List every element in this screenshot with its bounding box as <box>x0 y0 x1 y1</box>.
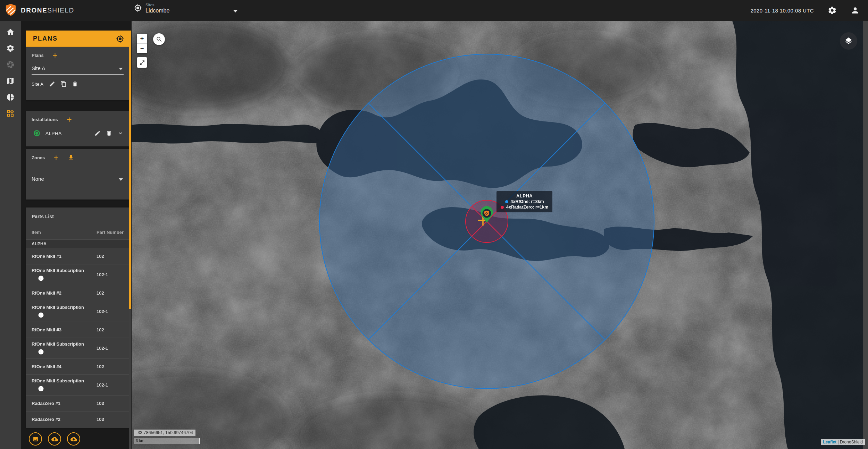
plus-icon <box>66 116 73 123</box>
installation-tooltip: ALPHA 4xRfOne: r=8km 4xRadarZero: r=1km <box>496 191 552 212</box>
table-row: RfOne MkII Subscription 102-1 <box>26 264 129 285</box>
tooltip-rfone-text: 4xRfOne: r=8km <box>511 199 544 204</box>
info-button[interactable] <box>38 349 44 355</box>
expand-installation-button[interactable] <box>117 130 124 136</box>
image-icon <box>33 436 39 442</box>
sites-label: Sites <box>145 3 242 7</box>
tooltip-radarzero-text: 4xRadarZero: r=1km <box>506 205 548 210</box>
zoom-control: + − <box>137 34 147 53</box>
installation-row[interactable]: ALPHA <box>26 130 129 136</box>
part-item-name: RadarZero #1 <box>32 401 97 406</box>
parts-group-header: ALPHA <box>26 239 129 248</box>
cloud-download-icon <box>70 436 77 442</box>
part-number: 102-1 <box>97 272 108 277</box>
table-row: RadarZero #2 103 <box>26 411 129 427</box>
sidebar-item-map[interactable] <box>6 77 15 85</box>
sidebar-item-settings[interactable] <box>6 44 15 52</box>
map-search-button[interactable] <box>153 33 165 45</box>
add-installation-button[interactable] <box>66 116 73 123</box>
sidebar-item-home[interactable] <box>6 28 15 36</box>
chevron-down-icon <box>117 130 124 136</box>
table-row: RfOne MkII #2 102 <box>26 285 129 301</box>
plan-select[interactable]: Site A <box>32 65 124 75</box>
info-button[interactable] <box>38 312 44 318</box>
cursor-coordinates: -33.78656651, 150.99746704 <box>134 430 195 436</box>
map-layers-button[interactable] <box>840 32 857 50</box>
zoom-in-button[interactable]: + <box>137 34 147 43</box>
settings-button[interactable] <box>828 6 837 15</box>
copy-plan-button[interactable] <box>60 81 67 87</box>
tooltip-row: 4xRadarZero: r=1km <box>501 205 548 210</box>
attribution-provider: DroneShield <box>840 440 863 444</box>
table-row: RfOne MkII Subscription 102-1 <box>26 374 129 395</box>
satellite-imagery <box>132 21 868 449</box>
zone-select-value: None <box>32 176 44 182</box>
trash-icon <box>72 81 78 87</box>
droneshield-app: DRONESHIELD Sites Lidcombe 2020-11-18 10… <box>0 0 868 449</box>
scale-bar: 3 km <box>134 438 200 444</box>
panel-actions <box>29 432 80 446</box>
camera-iris-icon <box>6 60 15 69</box>
zones-section: Zones None <box>26 149 129 200</box>
table-row: RfOne MkII Subscription 102-1 <box>26 301 129 322</box>
delete-installation-button[interactable] <box>106 130 112 136</box>
edit-installation-button[interactable] <box>94 130 101 136</box>
parts-table-header: Item Part Number <box>26 228 129 237</box>
info-icon <box>38 349 44 355</box>
edit-plan-button[interactable] <box>49 81 55 87</box>
info-button[interactable] <box>38 275 44 281</box>
info-button[interactable] <box>38 386 44 392</box>
column-part-number: Part Number <box>97 230 124 235</box>
map-canvas[interactable]: ALPHA 4xRfOne: r=8km 4xRadarZero: r=1km … <box>132 21 868 449</box>
tooltip-title: ALPHA <box>516 193 533 198</box>
delete-plan-button[interactable] <box>72 81 78 87</box>
table-row: RadarZero #1 103 <box>26 395 129 411</box>
upload-plan-button[interactable] <box>48 432 61 446</box>
sites-dropdown[interactable]: Sites Lidcombe <box>145 3 242 16</box>
add-zone-button[interactable] <box>52 154 60 161</box>
top-bar: DRONESHIELD Sites Lidcombe 2020-11-18 10… <box>0 0 868 21</box>
account-button[interactable] <box>851 6 860 15</box>
zoom-out-button[interactable]: − <box>137 43 147 53</box>
plans-section: Plans Site A Site A <box>26 47 129 100</box>
zone-select[interactable]: None <box>32 176 124 185</box>
part-item-name: RfOne MkII Subscription <box>32 305 97 310</box>
topbar-right: 2020-11-18 10:00:08 UTC <box>751 6 868 15</box>
layers-icon <box>844 37 853 45</box>
part-number: 102 <box>97 290 104 296</box>
cloud-upload-icon <box>51 436 58 442</box>
plan-item-name: Site A <box>32 82 43 87</box>
part-number: 102-1 <box>97 382 108 388</box>
part-item-name: RfOne MkII #4 <box>32 364 97 369</box>
brand-logo: DRONESHIELD <box>0 3 74 18</box>
sidebar-item-reports[interactable] <box>6 93 15 101</box>
column-item: Item <box>32 230 97 235</box>
download-plan-button[interactable] <box>67 432 80 446</box>
sidebar-item-plans[interactable] <box>6 109 15 118</box>
plan-select-value: Site A <box>32 65 45 71</box>
pencil-icon <box>49 81 55 87</box>
add-plan-button[interactable] <box>51 52 59 59</box>
panel-scrollbar <box>129 31 131 449</box>
tooltip-row: 4xRfOne: r=8km <box>505 199 544 204</box>
radarzero-dot-icon <box>501 206 504 209</box>
map-fullscreen-button[interactable] <box>137 57 147 68</box>
pie-chart-icon <box>6 93 15 101</box>
sites-selector[interactable]: Sites Lidcombe <box>134 3 242 16</box>
parts-rows: RfOne MkII #1 102 RfOne MkII Subscriptio… <box>26 248 129 427</box>
panel-scrollbar-thumb[interactable] <box>129 31 131 309</box>
locate-plan-button[interactable] <box>116 35 124 43</box>
leaflet-link[interactable]: Leaflet <box>823 440 836 444</box>
sidebar-item-cameras <box>6 60 15 69</box>
crosshair-icon <box>116 35 124 43</box>
parts-list-section: Parts List Item Part Number ALPHA RfOne … <box>26 207 129 428</box>
import-zone-button[interactable] <box>67 154 75 161</box>
map-attribution: Leaflet | DroneShield <box>821 439 865 445</box>
table-row: RfOne MkII #4 102 <box>26 358 129 374</box>
detection-overlay <box>319 54 654 389</box>
part-number: 103 <box>97 417 104 422</box>
map-icon <box>6 77 15 85</box>
snapshot-button[interactable] <box>29 432 42 446</box>
part-number: 102 <box>97 254 104 259</box>
plus-icon <box>51 52 59 59</box>
